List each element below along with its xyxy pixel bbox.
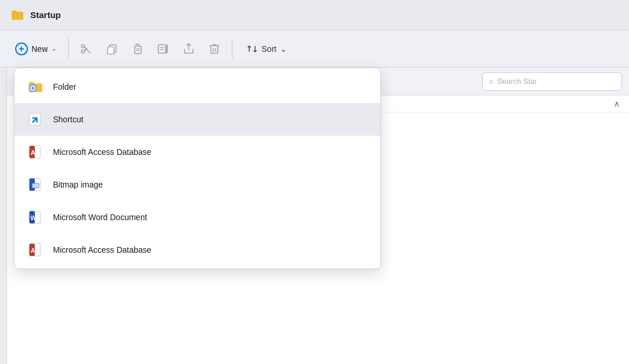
toolbar: + New ⌄ [0, 30, 629, 68]
paste-button[interactable] [126, 37, 149, 61]
search-icon: ○ [489, 77, 493, 86]
sort-chevron-icon: ⌄ [280, 44, 287, 54]
menu-item-access2[interactable]: A Microsoft Access Database [15, 234, 380, 266]
bitmap-label: Bitmap image [53, 180, 103, 189]
sidebar-strip [0, 68, 7, 364]
share-icon [182, 43, 195, 55]
svg-rect-9 [158, 44, 166, 53]
search-box[interactable]: ○ Search Star [482, 72, 622, 91]
content-area: ⌄ ↻ ○ Search Star ∧ ⚙ neMixer.exe [7, 68, 629, 364]
sort-label: Sort [262, 44, 277, 54]
cut-button[interactable] [75, 37, 98, 61]
svg-text:W: W [30, 214, 36, 221]
share-button[interactable] [177, 37, 200, 61]
copy-icon [105, 43, 118, 55]
chevron-up-icon[interactable]: ∧ [614, 99, 620, 108]
svg-rect-5 [108, 47, 114, 54]
menu-item-word[interactable]: W Microsoft Word Document [15, 201, 380, 234]
folder-new-icon [26, 77, 45, 96]
rename-button[interactable] [151, 37, 175, 61]
access1-icon: A [26, 143, 45, 161]
word-icon: W [26, 208, 45, 227]
folder-icon [10, 8, 24, 22]
svg-rect-26 [32, 183, 39, 188]
search-placeholder: Search Star [497, 77, 537, 86]
delete-icon [208, 43, 221, 55]
new-chevron-icon: ⌄ [51, 45, 56, 52]
bitmap-icon [26, 175, 45, 194]
window-title: Startup [30, 10, 61, 20]
copy-button[interactable] [100, 37, 123, 61]
new-button[interactable]: + New ⌄ [9, 39, 62, 59]
delete-button[interactable] [203, 37, 226, 61]
new-plus-icon: + [15, 43, 28, 55]
shortcut-label: Shortcut [53, 115, 83, 124]
access2-icon: A [26, 241, 45, 259]
rename-icon [157, 43, 169, 55]
sort-icon [246, 43, 258, 55]
sort-button[interactable]: Sort ⌄ [241, 40, 293, 58]
svg-text:A: A [31, 247, 36, 254]
access1-label: Microsoft Access Database [53, 147, 151, 157]
menu-item-access1[interactable]: A Microsoft Access Database [15, 136, 380, 168]
title-bar: Startup [0, 0, 629, 30]
dropdown-menu: Folder Shortcut A [14, 68, 381, 269]
toolbar-separator-2 [232, 38, 232, 59]
menu-item-shortcut[interactable]: Shortcut [15, 103, 380, 136]
menu-item-bitmap[interactable]: Bitmap image [15, 168, 380, 201]
cut-icon [80, 43, 93, 55]
access2-label: Microsoft Access Database [53, 245, 151, 255]
svg-text:A: A [31, 149, 36, 156]
svg-rect-6 [135, 46, 141, 54]
paste-icon [131, 43, 144, 55]
new-label: New [31, 44, 48, 54]
toolbar-separator-1 [68, 38, 69, 59]
shortcut-icon [26, 110, 45, 129]
folder-label: Folder [53, 82, 76, 91]
word-label: Microsoft Word Document [53, 213, 147, 222]
main-area: ⌄ ↻ ○ Search Star ∧ ⚙ neMixer.exe [0, 68, 629, 364]
menu-item-folder[interactable]: Folder [15, 70, 380, 103]
